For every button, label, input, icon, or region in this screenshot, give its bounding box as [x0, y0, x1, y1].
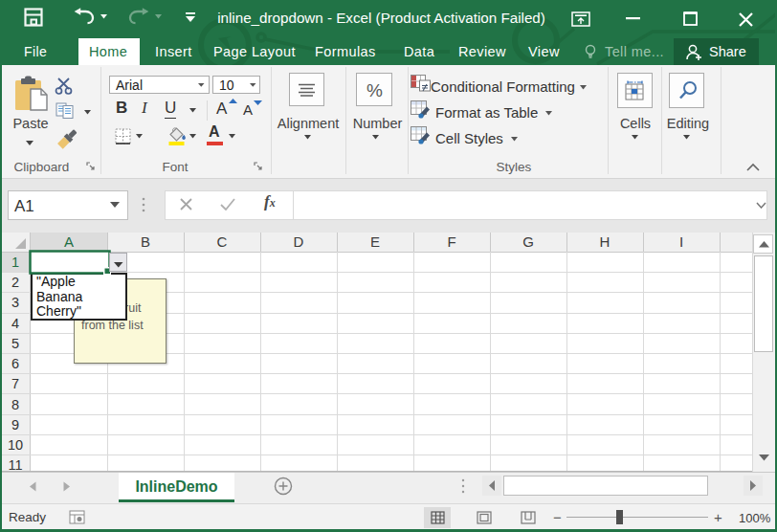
svg-text:9: 9 [11, 417, 19, 432]
svg-text:I: I [679, 233, 683, 250]
svg-text:A: A [64, 233, 74, 250]
svg-text:E: E [370, 233, 380, 250]
svg-text:2: 2 [11, 275, 19, 290]
svg-text:B: B [141, 233, 150, 250]
svg-text:5: 5 [11, 336, 19, 351]
svg-text:C: C [217, 233, 228, 250]
svg-text:G: G [522, 233, 534, 250]
svg-text:4: 4 [11, 316, 19, 331]
svg-text:1: 1 [11, 255, 19, 270]
svg-text:3: 3 [11, 295, 19, 310]
svg-text:F: F [447, 233, 455, 250]
svg-text:6: 6 [11, 356, 19, 371]
svg-text:8: 8 [11, 397, 19, 412]
svg-text:D: D [294, 233, 304, 250]
svg-text:7: 7 [11, 376, 19, 391]
svg-text:10: 10 [8, 437, 23, 453]
svg-text:H: H [600, 233, 610, 250]
svg-text:11: 11 [8, 457, 22, 472]
